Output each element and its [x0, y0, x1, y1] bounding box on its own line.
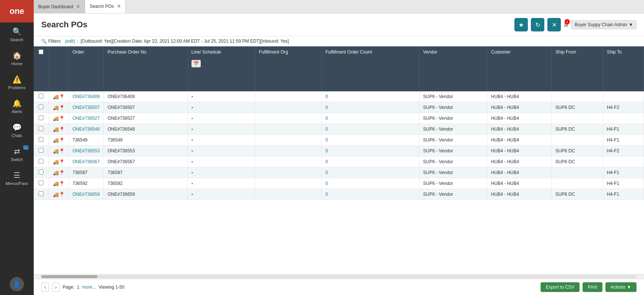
row-fulfillment-count[interactable]: 0 [321, 167, 419, 178]
sidebar-label-menus: Menus/Favs [6, 181, 28, 186]
row-fulfillment-count[interactable]: 0 [321, 189, 419, 200]
row-checkbox[interactable] [39, 104, 43, 109]
th-row-icons [49, 46, 69, 91]
sidebar-label-search: Search [10, 37, 24, 42]
row-checkbox-cell[interactable] [34, 113, 49, 124]
actions-label: Actions [611, 285, 625, 290]
row-fulfillment-count[interactable]: 0 [321, 135, 419, 146]
row-ship-to: H4-F1 [603, 189, 644, 200]
star-icon: ★ [518, 21, 524, 28]
table-row: 🚚📍ONE#736553ONE#736553▪0SUP6 - VendorHUB… [34, 146, 644, 156]
sidebar-item-menus[interactable]: ☰ Menus/Favs [0, 166, 34, 190]
table-row: 🚚📍736592736592▪0SUP6 - VendorHUB4 - HUB4… [34, 178, 644, 189]
calendar-icon-button[interactable]: 📅 [191, 60, 201, 67]
row-checkbox[interactable] [39, 94, 43, 98]
row-checkbox[interactable] [39, 170, 43, 174]
refresh-button[interactable]: ↻ [531, 18, 544, 31]
tab-search-pos-close[interactable]: ✕ [117, 4, 121, 9]
sidebar-item-alerts[interactable]: 🔔 Alerts [0, 94, 34, 118]
row-checkbox-cell[interactable] [34, 178, 49, 189]
row-checkbox[interactable] [39, 126, 43, 131]
row-customer: HUB4 - HUB4 [487, 189, 551, 200]
row-fulfillment-count[interactable]: 0 [321, 113, 419, 124]
row-fulfillment-count[interactable]: 0 [321, 124, 419, 135]
row-checkbox-cell[interactable] [34, 135, 49, 146]
row-checkbox[interactable] [39, 180, 43, 185]
row-checkbox[interactable] [39, 137, 43, 142]
row-order[interactable]: ONE#736548 [69, 124, 104, 135]
print-button[interactable]: Print [583, 282, 602, 292]
next-page-button[interactable]: › [52, 283, 60, 292]
app-logo[interactable]: one [0, 0, 34, 22]
th-ship-from: Ship From [551, 46, 603, 91]
page-number: 1 [77, 285, 79, 290]
export-csv-button[interactable]: Export to CSV [541, 282, 580, 292]
row-checkbox-cell[interactable] [34, 146, 49, 156]
row-order[interactable]: ONE#736507 [69, 102, 104, 113]
user-dropdown[interactable]: Buyer Suppy Chain Admin ▼ [571, 20, 637, 29]
star-button[interactable]: ★ [514, 18, 528, 31]
sidebar-item-search[interactable]: 🔍 Search [0, 22, 34, 46]
tab-buyer-dashboard-close[interactable]: ✕ [76, 4, 80, 9]
row-fulfillment-org [255, 167, 321, 178]
page-more-link[interactable]: more... [82, 285, 96, 290]
scrollbar-thumb[interactable] [41, 275, 97, 278]
row-checkbox-cell[interactable] [34, 124, 49, 135]
row-checkbox-cell[interactable] [34, 102, 49, 113]
switch-badge: ... [23, 145, 28, 150]
row-checkbox[interactable] [39, 191, 43, 196]
row-fulfillment-count[interactable]: 0 [321, 146, 419, 156]
row-icons-cell: 🚚📍 [49, 189, 69, 200]
row-po-no: 736587 [104, 167, 187, 178]
switch-icon: ⇄ [14, 147, 20, 156]
row-checkbox-cell[interactable] [34, 156, 49, 167]
sidebar-item-problems[interactable]: ⚠️ Problems [0, 70, 34, 94]
filter-edit-link[interactable]: (edit) [65, 39, 75, 44]
row-checkbox-cell[interactable] [34, 189, 49, 200]
row-icons-cell: 🚚📍 [49, 124, 69, 135]
row-checkbox[interactable] [39, 148, 43, 153]
row-fulfillment-count[interactable]: 0 [321, 156, 419, 167]
th-select-all[interactable] [34, 46, 49, 91]
row-checkbox[interactable] [39, 115, 43, 120]
row-icons-cell: 🚚📍 [49, 146, 69, 156]
sidebar-item-chats[interactable]: 💬 Chats [0, 118, 34, 142]
row-order[interactable]: ONE#736553 [69, 146, 104, 156]
sidebar-item-switch[interactable]: ⇄ Switch ... [0, 142, 34, 166]
table-body: 🚚📍ONE#736409ONE#736409▪0SUP6 - VendorHUB… [34, 91, 644, 200]
truck-icon: 🚚 [53, 94, 59, 100]
close-button[interactable]: ✕ [547, 18, 561, 31]
row-checkbox-cell[interactable] [34, 167, 49, 178]
tab-buyer-dashboard[interactable]: Buyer Dashboard ✕ [34, 0, 85, 13]
row-fulfillment-count[interactable]: 0 [321, 102, 419, 113]
sidebar-item-home[interactable]: 🏠 Home [0, 46, 34, 70]
prev-page-button[interactable]: ‹ [41, 283, 49, 292]
row-customer: HUB4 - HUB4 [487, 135, 551, 146]
avatar[interactable]: 👤 [10, 277, 24, 291]
row-fulfillment-count[interactable]: 0 [321, 91, 419, 102]
row-order[interactable]: ONE#736659 [69, 189, 104, 200]
row-icons-cell: 🚚📍 [49, 178, 69, 189]
row-fulfillment-org [255, 146, 321, 156]
row-vendor: SUP6 - Vendor [419, 178, 487, 189]
actions-button[interactable]: Actions ▼ [605, 282, 637, 292]
select-all-checkbox[interactable] [39, 49, 43, 54]
menu-button[interactable]: ≡ 1 [564, 21, 568, 29]
row-po-no: ONE#736567 [104, 156, 187, 167]
row-checkbox[interactable] [39, 159, 43, 164]
row-customer: HUB4 - HUB4 [487, 167, 551, 178]
row-order[interactable]: ONE#736409 [69, 91, 104, 102]
tab-search-pos[interactable]: Search POs ✕ [85, 0, 126, 13]
row-checkbox-cell[interactable] [34, 91, 49, 102]
row-order[interactable]: ONE#736567 [69, 156, 104, 167]
truck-icon: 🚚 [53, 127, 59, 132]
row-vendor: SUP6 - Vendor [419, 146, 487, 156]
table-wrapper[interactable]: Order Purchase Order No Line/ Schedule 📅… [34, 46, 644, 274]
row-order[interactable]: ONE#736527 [69, 113, 104, 124]
horizontal-scrollbar[interactable] [34, 274, 644, 279]
row-fulfillment-org [255, 102, 321, 113]
table-row: 🚚📍736587736587▪0SUP6 - VendorHUB4 - HUB4… [34, 167, 644, 178]
row-fulfillment-count[interactable]: 0 [321, 178, 419, 189]
th-vendor: Vendor [419, 46, 487, 91]
row-vendor: SUP6 - Vendor [419, 135, 487, 146]
